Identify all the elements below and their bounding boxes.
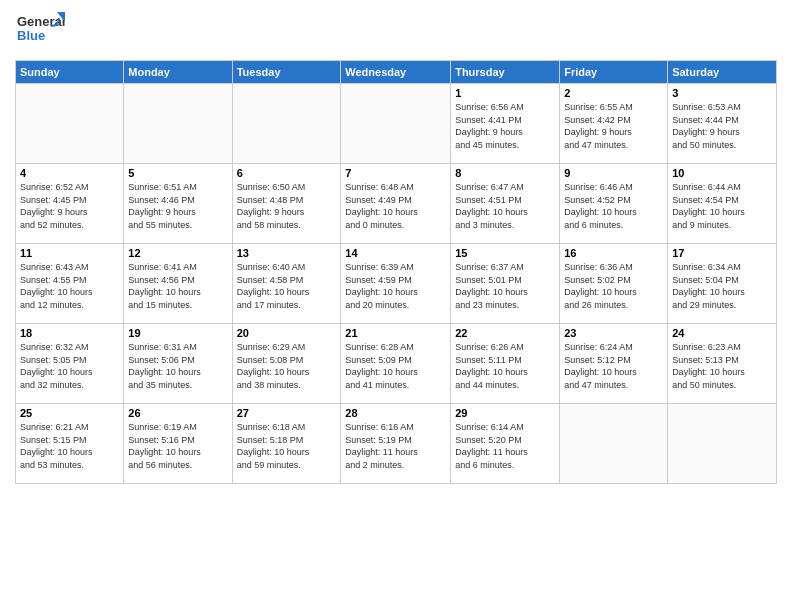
day-number: 16 bbox=[564, 247, 663, 259]
calendar-header-thursday: Thursday bbox=[451, 61, 560, 84]
day-detail: Sunrise: 6:56 AM Sunset: 4:41 PM Dayligh… bbox=[455, 101, 555, 151]
day-number: 4 bbox=[20, 167, 119, 179]
day-detail: Sunrise: 6:31 AM Sunset: 5:06 PM Dayligh… bbox=[128, 341, 227, 391]
calendar-cell: 12Sunrise: 6:41 AM Sunset: 4:56 PM Dayli… bbox=[124, 244, 232, 324]
day-number: 12 bbox=[128, 247, 227, 259]
calendar-header-sunday: Sunday bbox=[16, 61, 124, 84]
day-detail: Sunrise: 6:50 AM Sunset: 4:48 PM Dayligh… bbox=[237, 181, 337, 231]
day-detail: Sunrise: 6:47 AM Sunset: 4:51 PM Dayligh… bbox=[455, 181, 555, 231]
calendar-cell: 13Sunrise: 6:40 AM Sunset: 4:58 PM Dayli… bbox=[232, 244, 341, 324]
calendar-week-row: 11Sunrise: 6:43 AM Sunset: 4:55 PM Dayli… bbox=[16, 244, 777, 324]
day-detail: Sunrise: 6:43 AM Sunset: 4:55 PM Dayligh… bbox=[20, 261, 119, 311]
calendar-cell bbox=[668, 404, 777, 484]
calendar-week-row: 1Sunrise: 6:56 AM Sunset: 4:41 PM Daylig… bbox=[16, 84, 777, 164]
calendar-header-monday: Monday bbox=[124, 61, 232, 84]
day-number: 6 bbox=[237, 167, 337, 179]
day-detail: Sunrise: 6:53 AM Sunset: 4:44 PM Dayligh… bbox=[672, 101, 772, 151]
calendar-cell: 4Sunrise: 6:52 AM Sunset: 4:45 PM Daylig… bbox=[16, 164, 124, 244]
day-number: 26 bbox=[128, 407, 227, 419]
day-number: 11 bbox=[20, 247, 119, 259]
calendar-cell: 15Sunrise: 6:37 AM Sunset: 5:01 PM Dayli… bbox=[451, 244, 560, 324]
calendar-cell: 8Sunrise: 6:47 AM Sunset: 4:51 PM Daylig… bbox=[451, 164, 560, 244]
calendar-cell: 26Sunrise: 6:19 AM Sunset: 5:16 PM Dayli… bbox=[124, 404, 232, 484]
day-detail: Sunrise: 6:41 AM Sunset: 4:56 PM Dayligh… bbox=[128, 261, 227, 311]
day-number: 15 bbox=[455, 247, 555, 259]
calendar-header-wednesday: Wednesday bbox=[341, 61, 451, 84]
calendar-header-friday: Friday bbox=[560, 61, 668, 84]
day-number: 20 bbox=[237, 327, 337, 339]
calendar-cell: 21Sunrise: 6:28 AM Sunset: 5:09 PM Dayli… bbox=[341, 324, 451, 404]
calendar-cell: 5Sunrise: 6:51 AM Sunset: 4:46 PM Daylig… bbox=[124, 164, 232, 244]
calendar-cell: 9Sunrise: 6:46 AM Sunset: 4:52 PM Daylig… bbox=[560, 164, 668, 244]
day-number: 23 bbox=[564, 327, 663, 339]
calendar-cell: 10Sunrise: 6:44 AM Sunset: 4:54 PM Dayli… bbox=[668, 164, 777, 244]
calendar-cell: 17Sunrise: 6:34 AM Sunset: 5:04 PM Dayli… bbox=[668, 244, 777, 324]
day-number: 8 bbox=[455, 167, 555, 179]
day-number: 7 bbox=[345, 167, 446, 179]
calendar-cell: 20Sunrise: 6:29 AM Sunset: 5:08 PM Dayli… bbox=[232, 324, 341, 404]
calendar-cell: 27Sunrise: 6:18 AM Sunset: 5:18 PM Dayli… bbox=[232, 404, 341, 484]
day-number: 2 bbox=[564, 87, 663, 99]
svg-text:Blue: Blue bbox=[17, 28, 45, 43]
day-detail: Sunrise: 6:28 AM Sunset: 5:09 PM Dayligh… bbox=[345, 341, 446, 391]
day-number: 10 bbox=[672, 167, 772, 179]
logo-svg: General Blue bbox=[15, 10, 65, 50]
calendar-cell bbox=[341, 84, 451, 164]
calendar-cell: 1Sunrise: 6:56 AM Sunset: 4:41 PM Daylig… bbox=[451, 84, 560, 164]
day-detail: Sunrise: 6:29 AM Sunset: 5:08 PM Dayligh… bbox=[237, 341, 337, 391]
page: General Blue SundayMondayTuesdayWednesda… bbox=[0, 0, 792, 612]
day-detail: Sunrise: 6:26 AM Sunset: 5:11 PM Dayligh… bbox=[455, 341, 555, 391]
calendar-week-row: 4Sunrise: 6:52 AM Sunset: 4:45 PM Daylig… bbox=[16, 164, 777, 244]
calendar-cell: 6Sunrise: 6:50 AM Sunset: 4:48 PM Daylig… bbox=[232, 164, 341, 244]
calendar-table: SundayMondayTuesdayWednesdayThursdayFrid… bbox=[15, 60, 777, 484]
day-number: 14 bbox=[345, 247, 446, 259]
day-detail: Sunrise: 6:32 AM Sunset: 5:05 PM Dayligh… bbox=[20, 341, 119, 391]
day-detail: Sunrise: 6:51 AM Sunset: 4:46 PM Dayligh… bbox=[128, 181, 227, 231]
calendar-cell: 2Sunrise: 6:55 AM Sunset: 4:42 PM Daylig… bbox=[560, 84, 668, 164]
day-detail: Sunrise: 6:55 AM Sunset: 4:42 PM Dayligh… bbox=[564, 101, 663, 151]
day-detail: Sunrise: 6:18 AM Sunset: 5:18 PM Dayligh… bbox=[237, 421, 337, 471]
day-number: 22 bbox=[455, 327, 555, 339]
day-number: 25 bbox=[20, 407, 119, 419]
day-detail: Sunrise: 6:23 AM Sunset: 5:13 PM Dayligh… bbox=[672, 341, 772, 391]
day-detail: Sunrise: 6:48 AM Sunset: 4:49 PM Dayligh… bbox=[345, 181, 446, 231]
calendar-cell: 3Sunrise: 6:53 AM Sunset: 4:44 PM Daylig… bbox=[668, 84, 777, 164]
day-detail: Sunrise: 6:19 AM Sunset: 5:16 PM Dayligh… bbox=[128, 421, 227, 471]
calendar-week-row: 25Sunrise: 6:21 AM Sunset: 5:15 PM Dayli… bbox=[16, 404, 777, 484]
day-detail: Sunrise: 6:44 AM Sunset: 4:54 PM Dayligh… bbox=[672, 181, 772, 231]
calendar-cell bbox=[124, 84, 232, 164]
day-number: 27 bbox=[237, 407, 337, 419]
calendar-cell: 14Sunrise: 6:39 AM Sunset: 4:59 PM Dayli… bbox=[341, 244, 451, 324]
calendar-cell: 25Sunrise: 6:21 AM Sunset: 5:15 PM Dayli… bbox=[16, 404, 124, 484]
day-number: 17 bbox=[672, 247, 772, 259]
day-detail: Sunrise: 6:46 AM Sunset: 4:52 PM Dayligh… bbox=[564, 181, 663, 231]
calendar-cell: 19Sunrise: 6:31 AM Sunset: 5:06 PM Dayli… bbox=[124, 324, 232, 404]
logo: General Blue bbox=[15, 10, 65, 50]
header: General Blue bbox=[15, 10, 777, 50]
calendar-cell: 18Sunrise: 6:32 AM Sunset: 5:05 PM Dayli… bbox=[16, 324, 124, 404]
day-number: 3 bbox=[672, 87, 772, 99]
calendar-header-saturday: Saturday bbox=[668, 61, 777, 84]
calendar-header-tuesday: Tuesday bbox=[232, 61, 341, 84]
day-number: 18 bbox=[20, 327, 119, 339]
day-detail: Sunrise: 6:21 AM Sunset: 5:15 PM Dayligh… bbox=[20, 421, 119, 471]
day-number: 9 bbox=[564, 167, 663, 179]
calendar-cell bbox=[16, 84, 124, 164]
day-number: 28 bbox=[345, 407, 446, 419]
day-number: 19 bbox=[128, 327, 227, 339]
calendar-cell: 28Sunrise: 6:16 AM Sunset: 5:19 PM Dayli… bbox=[341, 404, 451, 484]
calendar-cell: 16Sunrise: 6:36 AM Sunset: 5:02 PM Dayli… bbox=[560, 244, 668, 324]
day-detail: Sunrise: 6:37 AM Sunset: 5:01 PM Dayligh… bbox=[455, 261, 555, 311]
calendar-cell bbox=[232, 84, 341, 164]
day-number: 13 bbox=[237, 247, 337, 259]
day-detail: Sunrise: 6:14 AM Sunset: 5:20 PM Dayligh… bbox=[455, 421, 555, 471]
calendar-cell bbox=[560, 404, 668, 484]
day-detail: Sunrise: 6:39 AM Sunset: 4:59 PM Dayligh… bbox=[345, 261, 446, 311]
day-detail: Sunrise: 6:52 AM Sunset: 4:45 PM Dayligh… bbox=[20, 181, 119, 231]
calendar-cell: 29Sunrise: 6:14 AM Sunset: 5:20 PM Dayli… bbox=[451, 404, 560, 484]
calendar-week-row: 18Sunrise: 6:32 AM Sunset: 5:05 PM Dayli… bbox=[16, 324, 777, 404]
calendar-cell: 22Sunrise: 6:26 AM Sunset: 5:11 PM Dayli… bbox=[451, 324, 560, 404]
day-number: 21 bbox=[345, 327, 446, 339]
calendar-cell: 7Sunrise: 6:48 AM Sunset: 4:49 PM Daylig… bbox=[341, 164, 451, 244]
calendar-cell: 23Sunrise: 6:24 AM Sunset: 5:12 PM Dayli… bbox=[560, 324, 668, 404]
